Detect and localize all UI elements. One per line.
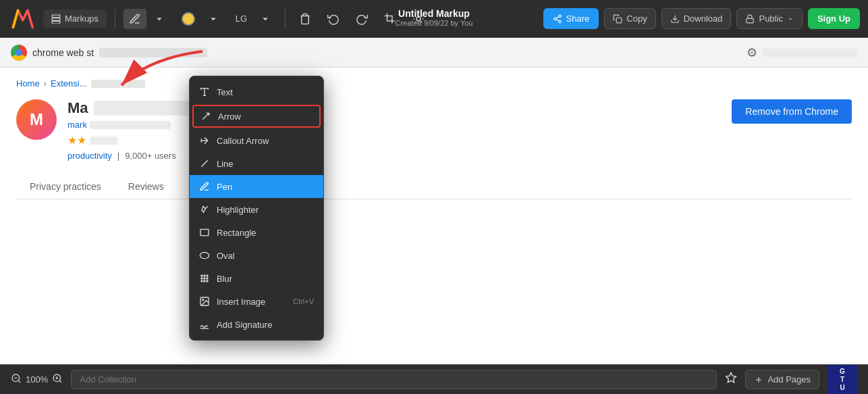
title-bar: Untitled Markup Created 9/09/22 by You bbox=[396, 8, 473, 27]
svg-line-35 bbox=[18, 380, 20, 383]
meta-pipe: | bbox=[117, 151, 119, 161]
size-group: LG bbox=[230, 9, 277, 29]
bookmark-button[interactable] bbox=[725, 372, 737, 387]
undo-button[interactable] bbox=[322, 9, 345, 29]
add-signature-icon bbox=[199, 319, 210, 330]
svg-line-15 bbox=[202, 113, 209, 119]
extension-title-partial: Ma bbox=[67, 99, 88, 117]
remove-from-chrome-button[interactable]: Remove from Chrome bbox=[732, 99, 852, 124]
extension-actions: Remove from Chrome bbox=[732, 99, 852, 124]
svg-point-28 bbox=[201, 280, 202, 282]
color-button[interactable] bbox=[176, 8, 200, 30]
zoom-in-button[interactable] bbox=[52, 373, 63, 387]
menu-text-label: Text bbox=[217, 87, 233, 97]
tool-dropdown-menu: Text Arrow Callout Arrow Line bbox=[189, 76, 324, 341]
signup-button[interactable]: Sign Up bbox=[808, 8, 860, 29]
menu-item-rectangle[interactable]: Rectangle bbox=[190, 221, 323, 244]
svg-marker-41 bbox=[726, 373, 736, 383]
menu-item-line[interactable]: Line bbox=[190, 152, 323, 175]
collection-input[interactable] bbox=[71, 370, 717, 389]
markup-title: Untitled Markup bbox=[398, 8, 470, 19]
browser-toolbar: chrome web st ⚙ bbox=[0, 38, 868, 68]
svg-point-24 bbox=[207, 275, 208, 276]
markups-label: Markups bbox=[65, 14, 99, 24]
menu-item-oval[interactable]: Oval bbox=[190, 244, 323, 267]
svg-rect-1 bbox=[52, 18, 60, 20]
color-dropdown[interactable] bbox=[202, 9, 225, 29]
extension-link-partial[interactable]: mark bbox=[67, 120, 87, 130]
breadcrumb-separator: › bbox=[44, 78, 47, 89]
menu-callout-label: Callout Arrow bbox=[217, 136, 269, 146]
download-button[interactable]: Download bbox=[661, 8, 732, 29]
arrow-icon bbox=[200, 111, 211, 122]
menu-item-add-signature[interactable]: Add Signature bbox=[190, 313, 323, 336]
svg-point-32 bbox=[202, 299, 204, 301]
extension-icon: M bbox=[16, 99, 57, 140]
svg-point-6 bbox=[558, 20, 561, 23]
svg-point-21 bbox=[200, 252, 209, 258]
menu-item-insert-image[interactable]: Insert Image Ctrl+V bbox=[190, 290, 323, 313]
menu-rectangle-label: Rectangle bbox=[217, 228, 256, 238]
menu-item-text[interactable]: Text bbox=[190, 80, 323, 103]
color-picker-group bbox=[176, 8, 225, 30]
svg-line-19 bbox=[205, 206, 207, 208]
add-pages-button[interactable]: Add Pages bbox=[745, 370, 819, 389]
rating-blurred bbox=[90, 137, 117, 145]
user-info-blurred bbox=[763, 49, 857, 57]
menu-add-signature-label: Add Signature bbox=[217, 320, 272, 330]
svg-point-26 bbox=[204, 278, 205, 279]
public-button[interactable]: Public bbox=[736, 8, 802, 29]
svg-point-23 bbox=[204, 275, 205, 276]
menu-item-pen[interactable]: Pen bbox=[190, 175, 323, 198]
star-rating: ★★ bbox=[67, 134, 86, 147]
app-logo[interactable] bbox=[8, 5, 35, 32]
productivity-link[interactable]: productivity bbox=[67, 151, 112, 161]
public-label: Public bbox=[759, 14, 782, 24]
add-pages-label: Add Pages bbox=[767, 374, 811, 385]
svg-line-18 bbox=[201, 160, 207, 166]
size-button[interactable]: LG bbox=[230, 9, 252, 28]
breadcrumb-extensions[interactable]: Extensi... bbox=[51, 78, 86, 89]
zoom-out-button[interactable] bbox=[11, 373, 22, 387]
rectangle-icon bbox=[199, 227, 210, 238]
size-dropdown[interactable] bbox=[254, 9, 277, 29]
size-label: LG bbox=[236, 14, 247, 24]
breadcrumb-home[interactable]: Home bbox=[16, 78, 40, 89]
oval-icon bbox=[199, 250, 210, 261]
browser-content: chrome web st ⚙ Home › Extensi... M bbox=[0, 38, 868, 364]
menu-item-blur[interactable]: Blur bbox=[190, 267, 323, 290]
menu-highlighter-label: Highlighter bbox=[217, 205, 259, 215]
blur-icon bbox=[199, 273, 210, 284]
separator-1 bbox=[115, 9, 115, 28]
text-icon bbox=[199, 87, 210, 97]
settings-icon[interactable]: ⚙ bbox=[747, 45, 757, 60]
separator-2 bbox=[285, 9, 286, 28]
gadgets-logo: GTU bbox=[828, 365, 857, 395]
gadgets-logo-text: GTU bbox=[840, 368, 845, 392]
line-icon bbox=[199, 158, 210, 169]
extension-info: Ma mark ★★ productivity | 9,000+ us bbox=[67, 99, 721, 161]
copy-button[interactable]: Copy bbox=[604, 8, 655, 29]
share-button[interactable]: Share bbox=[543, 8, 599, 29]
markups-button[interactable]: Markups bbox=[43, 9, 107, 28]
color-circle bbox=[182, 12, 195, 26]
extension-meta: productivity | 9,000+ users bbox=[67, 151, 721, 161]
copy-label: Copy bbox=[626, 14, 647, 24]
menu-item-highlighter[interactable]: Highlighter bbox=[190, 198, 323, 221]
pen-tool-button[interactable] bbox=[124, 9, 146, 29]
tab-privacy-practices[interactable]: Privacy practices bbox=[16, 174, 115, 199]
menu-item-callout-arrow[interactable]: Callout Arrow bbox=[190, 129, 323, 152]
pen-tool-dropdown[interactable] bbox=[148, 9, 171, 29]
svg-point-22 bbox=[201, 275, 202, 276]
extension-rating: ★★ bbox=[67, 134, 721, 147]
markup-subtitle: Created 9/09/22 by You bbox=[396, 19, 473, 27]
redo-button[interactable] bbox=[350, 9, 373, 29]
callout-arrow-icon bbox=[199, 135, 210, 146]
tab-reviews[interactable]: Reviews bbox=[115, 174, 178, 199]
breadcrumb: Home › Extensi... bbox=[16, 78, 852, 89]
breadcrumb-blurred bbox=[91, 80, 145, 88]
main-toolbar: Markups LG bbox=[0, 0, 868, 38]
bottom-right-controls: Add Pages bbox=[725, 370, 819, 389]
delete-button[interactable] bbox=[294, 9, 317, 29]
menu-item-arrow[interactable]: Arrow bbox=[192, 105, 321, 128]
